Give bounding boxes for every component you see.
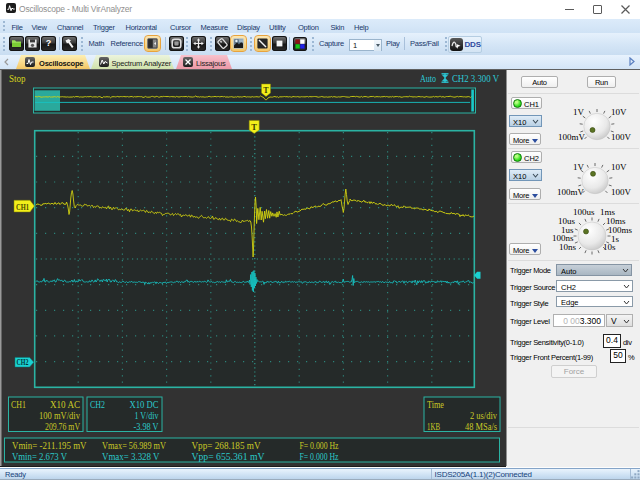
svg-text:Auto: Auto: [420, 73, 436, 84]
svg-text:X10 DC: X10 DC: [130, 400, 159, 410]
svg-text:X10 AC: X10 AC: [50, 400, 80, 410]
svg-text:100 mV/div: 100 mV/div: [39, 411, 80, 421]
svg-text:F= 0.000 Hz: F= 0.000 Hz: [300, 452, 339, 462]
svg-text:Vpp= 655.361 mV: Vpp= 655.361 mV: [192, 452, 265, 462]
svg-text:209.76 mV: 209.76 mV: [45, 422, 80, 432]
svg-text:Time: Time: [427, 400, 444, 410]
svg-text:Vmin= 2.673 V: Vmin= 2.673 V: [12, 452, 67, 462]
svg-text:CH2: CH2: [17, 358, 29, 367]
svg-text:CH2 3.300 V: CH2 3.300 V: [452, 73, 500, 84]
svg-text:1KB: 1KB: [427, 422, 440, 432]
svg-text:Vmax= 3.328 V: Vmax= 3.328 V: [102, 452, 160, 462]
svg-text:F= 0.000 Hz: F= 0.000 Hz: [300, 441, 339, 451]
svg-text:Vmax= 56.989 mV: Vmax= 56.989 mV: [102, 441, 166, 451]
svg-text:T: T: [251, 122, 257, 132]
svg-text:-3.98 V: -3.98 V: [134, 422, 159, 432]
svg-text:Vpp= 268.185 mV: Vpp= 268.185 mV: [192, 441, 261, 451]
svg-text:48 MSa/s: 48 MSa/s: [465, 422, 497, 432]
svg-text:1 V/div: 1 V/div: [135, 411, 159, 421]
svg-text:2 us/div: 2 us/div: [470, 411, 497, 421]
svg-text:Vmin= -211.195 mV: Vmin= -211.195 mV: [12, 441, 87, 451]
svg-text:CH1: CH1: [11, 400, 26, 410]
svg-text:CH2: CH2: [90, 400, 105, 410]
svg-text:CH1: CH1: [16, 202, 29, 212]
svg-text:Stop: Stop: [9, 73, 26, 84]
svg-text:T: T: [263, 86, 269, 95]
